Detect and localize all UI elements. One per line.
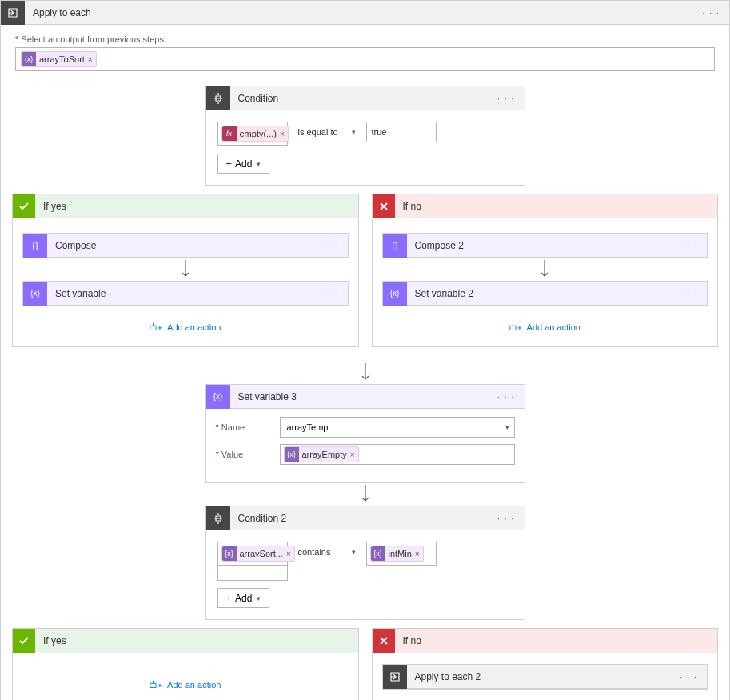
condition-2-header[interactable]: Condition 2 · · · bbox=[206, 506, 525, 530]
set-variable-3-header[interactable]: {x} Set variable 3 · · · bbox=[206, 385, 525, 409]
variable-icon: {x} bbox=[206, 385, 230, 409]
condition-2-card: Condition 2 · · · {x} arraySort... × bbox=[205, 506, 525, 620]
remove-token-icon[interactable]: × bbox=[415, 550, 420, 558]
compose-title: Compose bbox=[47, 240, 321, 251]
apply-to-each-card: Apply to each · · · * Select an output f… bbox=[0, 0, 730, 700]
set-variable-2-card[interactable]: {x} Set variable 2 · · · bbox=[382, 281, 708, 306]
menu-button[interactable]: · · · bbox=[680, 240, 707, 251]
name-label: * Name bbox=[216, 422, 280, 432]
check-icon bbox=[13, 194, 35, 218]
chevron-down-icon: ▾ bbox=[257, 160, 261, 168]
menu-button[interactable]: · · · bbox=[497, 391, 525, 402]
variable-icon: {x} bbox=[22, 52, 36, 66]
loop-icon bbox=[383, 665, 407, 689]
variable-token[interactable]: {x} intMin × bbox=[370, 546, 424, 562]
set-variable-3-wrapper: {x} Set variable 3 · · · * Name arrayTem… bbox=[1, 384, 729, 483]
condition-right-input[interactable]: true bbox=[366, 122, 437, 142]
menu-button[interactable]: · · · bbox=[680, 671, 707, 682]
add-action-button[interactable]: Add an action bbox=[22, 306, 349, 332]
compose-header: { } Compose · · · bbox=[23, 234, 348, 258]
value-input[interactable]: {x} arrayEmpty × bbox=[280, 444, 515, 465]
if-no-header: If no bbox=[373, 194, 718, 218]
compose-2-card[interactable]: { } Compose 2 · · · bbox=[382, 233, 708, 258]
condition-header[interactable]: Condition · · · bbox=[206, 86, 525, 110]
set-variable-2-title: Set variable 2 bbox=[407, 288, 680, 299]
add-action-icon bbox=[509, 322, 522, 332]
condition-2-left: {x} arraySort... × bbox=[217, 542, 288, 580]
if-yes-header: If yes bbox=[13, 194, 358, 218]
if-yes-2-branch: If yes Add an action bbox=[12, 628, 359, 700]
remove-token-icon[interactable]: × bbox=[88, 55, 93, 64]
menu-button[interactable]: · · · bbox=[321, 288, 348, 299]
if-yes-body: { } Compose · · · {x} Set variable · · · bbox=[13, 218, 358, 346]
remove-token-icon[interactable]: × bbox=[350, 450, 355, 459]
variable-token[interactable]: {x} arraySort... × bbox=[221, 546, 295, 562]
if-no-branch: If no { } Compose 2 · · · bbox=[372, 194, 719, 347]
add-action-icon bbox=[150, 680, 162, 690]
apply-to-each-body: * Select an output from previous steps {… bbox=[1, 25, 729, 86]
name-select[interactable]: arrayTemp ▾ bbox=[280, 417, 515, 438]
variable-icon: {x} bbox=[285, 447, 299, 462]
arrow-connector bbox=[1, 485, 729, 504]
arrow-connector bbox=[382, 260, 708, 279]
variable-token[interactable]: {x} arrayToSort × bbox=[21, 51, 97, 67]
menu-button[interactable]: · · · bbox=[702, 7, 729, 18]
add-condition-button[interactable]: + Add ▾ bbox=[217, 588, 270, 608]
arrow-connector bbox=[22, 260, 349, 279]
add-action-icon bbox=[150, 322, 162, 332]
condition-icon bbox=[206, 506, 230, 530]
condition-operator-select[interactable]: is equal to ▾ bbox=[293, 122, 361, 142]
add-action-button[interactable]: Add an action bbox=[382, 306, 708, 332]
condition-2-left-input-extra[interactable] bbox=[217, 565, 288, 581]
fx-token[interactable]: fx empty(...) × bbox=[221, 126, 289, 142]
set-variable-title: Set variable bbox=[47, 288, 321, 299]
variable-token[interactable]: {x} arrayEmpty × bbox=[284, 446, 359, 462]
svg-rect-1 bbox=[150, 326, 156, 330]
svg-text:{ }: { } bbox=[32, 241, 38, 250]
set-variable-header: {x} Set variable · · · bbox=[23, 282, 348, 306]
apply-to-each-header[interactable]: Apply to each · · · bbox=[1, 1, 729, 25]
compose-icon: { } bbox=[23, 234, 47, 258]
chevron-down-icon: ▾ bbox=[352, 128, 356, 136]
menu-button[interactable]: · · · bbox=[497, 513, 525, 524]
condition-2-title: Condition 2 bbox=[230, 513, 497, 524]
variable-icon: {x} bbox=[222, 546, 237, 561]
apply-to-each-2-title: Apply to each 2 bbox=[407, 671, 680, 682]
set-variable-3-title: Set variable 3 bbox=[230, 391, 497, 402]
condition-2-right-input[interactable]: {x} intMin × bbox=[366, 542, 437, 566]
condition-2-operator-select[interactable]: contains ▾ bbox=[293, 542, 361, 562]
if-no-2-header: If no bbox=[373, 629, 718, 653]
loop-icon bbox=[1, 1, 25, 25]
set-variable-card[interactable]: {x} Set variable · · · bbox=[22, 281, 349, 306]
compose-card[interactable]: { } Compose · · · bbox=[22, 233, 349, 258]
value-label: * Value bbox=[216, 450, 280, 459]
select-output-label: * Select an output from previous steps bbox=[15, 34, 715, 44]
apply-to-each-2-card[interactable]: Apply to each 2 · · · bbox=[382, 664, 708, 690]
set-variable-2-header: {x} Set variable 2 · · · bbox=[383, 282, 708, 306]
variable-icon: {x} bbox=[371, 546, 385, 561]
add-action-button[interactable]: Add an action bbox=[382, 690, 708, 700]
remove-token-icon[interactable]: × bbox=[286, 550, 291, 558]
if-no-2-body: Apply to each 2 · · · Add an action bbox=[373, 653, 718, 700]
plus-icon: + bbox=[226, 158, 233, 170]
check-icon bbox=[13, 629, 35, 653]
chevron-down-icon: ▾ bbox=[352, 548, 356, 556]
condition-2-left-input[interactable]: {x} arraySort... × bbox=[217, 542, 288, 566]
menu-button[interactable]: · · · bbox=[497, 93, 525, 104]
svg-rect-3 bbox=[509, 326, 515, 330]
condition-left-input[interactable]: fx empty(...) × bbox=[217, 122, 288, 146]
compose-2-header: { } Compose 2 · · · bbox=[383, 234, 708, 258]
arrow-connector bbox=[1, 363, 729, 382]
x-icon bbox=[373, 629, 395, 653]
if-yes-2-body: Add an action bbox=[13, 653, 358, 700]
add-action-button[interactable]: Add an action bbox=[22, 664, 349, 690]
menu-button[interactable]: · · · bbox=[680, 288, 707, 299]
apply-to-each-title: Apply to each bbox=[25, 7, 702, 18]
remove-token-icon[interactable]: × bbox=[280, 130, 285, 138]
value-row: * Value {x} arrayEmpty × bbox=[216, 444, 515, 465]
compose-icon: { } bbox=[383, 234, 407, 258]
menu-button[interactable]: · · · bbox=[321, 240, 348, 251]
select-output-input[interactable]: {x} arrayToSort × bbox=[15, 47, 715, 71]
add-condition-button[interactable]: + Add ▾ bbox=[217, 154, 270, 174]
condition-icon bbox=[206, 86, 230, 110]
